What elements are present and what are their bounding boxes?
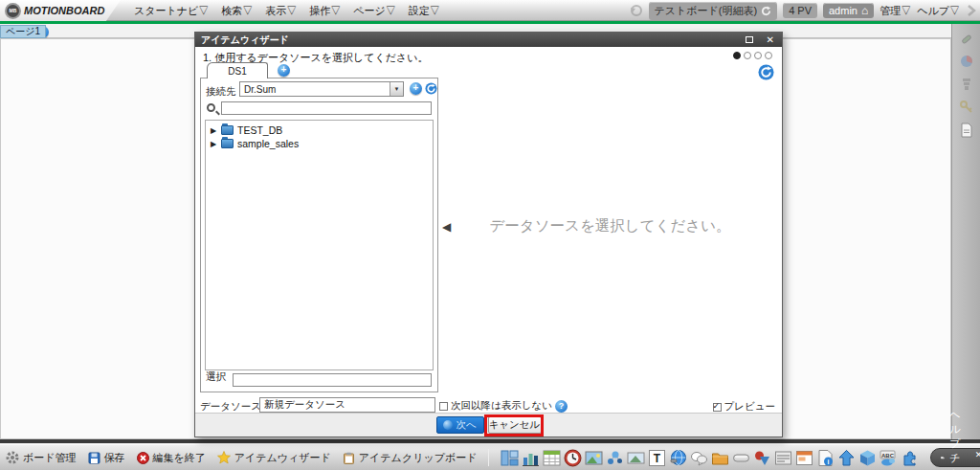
filter-icon[interactable] — [959, 77, 974, 92]
puzzle-icon[interactable] — [901, 449, 919, 467]
comments-icon[interactable] — [690, 449, 708, 467]
close-icon[interactable]: ✕ — [767, 34, 774, 46]
button-icon[interactable] — [732, 449, 750, 467]
web-link-icon[interactable] — [669, 449, 687, 467]
image-icon[interactable] — [585, 449, 603, 467]
bubble-chart-icon[interactable] — [606, 449, 624, 467]
hide-next-time-label: 次回以降は表示しない — [451, 399, 552, 413]
pv-count-label: 4 PV — [789, 5, 812, 16]
bottom-toolbar: ボード管理 保存 編集を終了 アイテムウィザード アイテムクリップボード T i — [0, 444, 980, 470]
layout-tiles-icon[interactable] — [501, 449, 519, 467]
photo-icon[interactable] — [627, 449, 645, 467]
folder-icon[interactable] — [711, 449, 729, 467]
help-chat-button[interactable]: ヘルプチャット ✕ — [930, 448, 980, 467]
add-connection-icon[interactable]: + — [410, 82, 422, 95]
maximize-icon[interactable] — [746, 36, 753, 43]
text-icon[interactable]: T — [648, 449, 666, 467]
datasource-tree[interactable]: ▶ TEST_DB ▶ sample_sales — [205, 120, 434, 370]
next-button[interactable]: 次へ — [436, 416, 484, 434]
cancel-button-label: キャンセル — [489, 418, 541, 432]
undo-circle-icon[interactable] — [630, 4, 643, 17]
bar-chart-icon[interactable] — [522, 449, 540, 467]
page-tab-active[interactable]: ページ1 — [0, 25, 46, 38]
menu-help[interactable]: ヘルプ▽ — [917, 4, 960, 18]
table-icon[interactable] — [543, 449, 561, 467]
menu-operation[interactable]: 操作▽ — [309, 4, 341, 18]
pen-icon[interactable] — [959, 31, 974, 46]
connection-label: 接続先 — [206, 85, 236, 99]
cube-icon[interactable] — [858, 449, 877, 467]
rows-icon[interactable] — [774, 449, 792, 467]
document-icon[interactable] — [959, 123, 974, 138]
home-icon[interactable]: ⌂ — [861, 6, 868, 15]
preview-option[interactable]: プレビュー — [713, 400, 775, 414]
arrow-up-icon[interactable] — [837, 449, 856, 467]
dialog-title-bar[interactable]: アイテムウィザード — [195, 33, 782, 47]
selection-field[interactable] — [233, 373, 432, 387]
refresh-board-icon[interactable] — [761, 6, 771, 16]
dialog-title: アイテムウィザード — [201, 34, 289, 47]
menu-settings[interactable]: 設定▽ — [409, 4, 440, 18]
help-icon[interactable]: ? — [555, 400, 568, 413]
close-chat-icon[interactable]: ✕ — [975, 450, 980, 459]
reload-connection-icon[interactable] — [425, 82, 437, 95]
cancel-button[interactable]: キャンセル — [488, 416, 542, 434]
user-badge[interactable]: admin ⌂ — [823, 3, 874, 18]
expand-arrow-icon[interactable]: ▶ — [211, 126, 217, 135]
search-input[interactable] — [221, 101, 432, 115]
connection-select[interactable]: Dr.Sum ▼ — [239, 81, 404, 97]
progress-dot-3 — [754, 52, 762, 59]
menu-view[interactable]: 表示▽ — [265, 4, 297, 18]
pie-chart-icon[interactable] — [959, 54, 974, 69]
spellcheck-icon[interactable]: ABC — [880, 449, 898, 467]
window-icon[interactable] — [795, 449, 813, 467]
bottom-divider — [0, 439, 980, 443]
shape-chart-icon[interactable] — [753, 449, 771, 467]
svg-text:T: T — [654, 452, 661, 465]
tab-ds1-label: DS1 — [228, 66, 246, 77]
save-icon — [88, 452, 100, 464]
add-datasource-tab-icon[interactable]: + — [278, 64, 290, 77]
refresh-datasources-icon[interactable] — [758, 64, 774, 80]
menu-search[interactable]: 検索▽ — [221, 4, 253, 18]
folder-icon — [221, 139, 234, 148]
help-chat-label: ヘルプチャット — [949, 408, 969, 470]
user-name-label: admin — [829, 5, 858, 16]
app-logo: MB MOTIONBOARD — [0, 0, 121, 21]
preview-checkbox[interactable] — [713, 403, 722, 412]
tree-item-sample-sales[interactable]: ▶ sample_sales — [206, 137, 433, 150]
preview-label: プレビュー — [724, 400, 775, 414]
info-doc-icon[interactable]: i — [816, 449, 835, 467]
board-name-badge[interactable]: テストボード(明細表) — [649, 2, 778, 20]
board-manage-button[interactable]: ボード管理 — [6, 451, 77, 465]
clock-icon[interactable] — [564, 449, 582, 467]
save-label: 保存 — [104, 451, 125, 465]
toolbar-separator — [488, 449, 489, 466]
datasource-name-input[interactable] — [259, 397, 435, 413]
selection-label: 選択 — [206, 370, 226, 384]
folder-icon — [221, 125, 234, 135]
item-wizard-button[interactable]: アイテムウィザード — [217, 451, 331, 465]
left-arrow-icon: ◀ — [442, 220, 451, 234]
expand-arrow-icon[interactable]: ▶ — [211, 140, 217, 148]
svg-text:ABC: ABC — [881, 452, 895, 458]
hide-next-time-checkbox[interactable] — [439, 402, 448, 411]
tree-item-test-db[interactable]: ▶ TEST_DB — [206, 123, 433, 137]
item-icon-strip: T i ABC — [501, 449, 919, 467]
hide-next-time-option[interactable]: 次回以降は表示しない ? — [439, 399, 568, 413]
forward-chevron-icon[interactable] — [966, 4, 977, 17]
tab-ds1[interactable]: DS1 — [207, 62, 268, 78]
menu-admin[interactable]: 管理▽ — [880, 4, 911, 18]
item-clipboard-button[interactable]: アイテムクリップボード — [343, 451, 478, 465]
next-arrow-icon — [443, 420, 453, 430]
svg-text:i: i — [828, 459, 830, 465]
page-tab-label: ページ1 — [6, 25, 40, 38]
chevron-down-icon[interactable]: ▼ — [390, 82, 403, 96]
end-edit-button[interactable]: 編集を終了 — [137, 451, 206, 465]
wizard-progress-dots — [733, 52, 772, 59]
key-icon[interactable] — [959, 100, 974, 115]
menu-page[interactable]: ページ▽ — [353, 4, 396, 18]
dialog-footer: 次へ キャンセル — [195, 413, 782, 436]
save-button[interactable]: 保存 — [88, 451, 125, 465]
menu-start-navi[interactable]: スタートナビ▽ — [134, 4, 209, 18]
